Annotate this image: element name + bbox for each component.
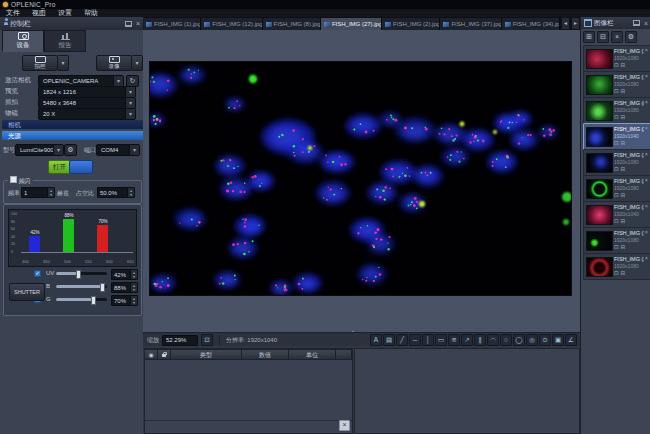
thumbnail-card[interactable]: FISH_IMG (171920x1080⊡⊟× [583,227,650,254]
pin-icon[interactable] [125,21,132,27]
close-image-icon[interactable]: × [645,255,648,261]
column-header[interactable]: 单位 [289,349,336,360]
menu-item[interactable]: 视图 [26,9,52,17]
export-icon[interactable]: ⊟ [621,244,628,250]
light-open-button[interactable]: 打开 [48,160,71,174]
save-icon[interactable]: ⊡ [614,166,621,172]
close-table-button[interactable]: × [339,420,350,431]
roi-tool-icon[interactable]: ▣ [552,334,564,346]
export-icon[interactable]: ⊟ [621,140,628,146]
light-power-toggle[interactable] [69,160,93,174]
export-icon[interactable]: ⊟ [621,270,628,276]
thumbnail-card[interactable]: FISH_IMG (81920x1080⊡⊟× [583,97,650,124]
channel-slider[interactable] [56,285,107,288]
line-tool-icon[interactable]: ╱ [396,334,408,346]
point-tool-icon[interactable]: ⊙ [539,334,551,346]
close-image-icon[interactable]: × [645,73,648,79]
document-tab[interactable]: FISH_IMG (1).jpg× [143,18,201,30]
thumbnail-card[interactable]: FISH_IMG (21920x1080⊡⊟× [583,149,650,176]
annulus-tool-icon[interactable]: ◎ [526,334,538,346]
document-tab[interactable]: FISH_IMG (37).jpg× [440,18,501,30]
menu-item[interactable]: 帮助 [78,9,104,17]
column-header[interactable]: 类型 [171,349,242,360]
close-all-icon[interactable]: × [611,31,623,43]
splitter-grip[interactable]: ⌄ [351,327,355,333]
polyline-tool-icon[interactable]: ≋ [448,334,460,346]
arc-tool-icon[interactable]: ◠ [487,334,499,346]
document-tab[interactable]: FISH_IMG (34).jp× [502,18,560,30]
port-select[interactable]: COM4 ▾ [96,144,140,156]
export-icon[interactable]: ⊟ [621,192,628,198]
settings-icon[interactable]: ⚙ [625,31,637,43]
export-icon[interactable]: ⊟ [621,62,628,68]
section-light[interactable]: 光源 [2,131,147,140]
channel-spinner[interactable]: ▴▾ [130,283,137,292]
vertical-line-tool-icon[interactable]: │ [422,334,434,346]
export-icon[interactable]: ⊟ [621,218,628,224]
channel-value[interactable]: 88%▴▾ [111,282,138,293]
duty-input[interactable]: 50.0% ▴▾ [97,187,135,198]
arrow-tool-icon[interactable]: ↗ [461,334,473,346]
export-icon[interactable]: ⊟ [621,114,628,120]
thumbnail-card[interactable]: FISH_IMG (121920x1080⊡⊟× [583,71,650,98]
text-annotation-icon[interactable]: A [370,334,382,346]
close-image-icon[interactable]: × [645,47,648,53]
save-icon[interactable]: ⊡ [614,114,621,120]
tab-device[interactable]: 设备 [2,30,44,52]
save-all-icon[interactable]: ⊟ [597,31,609,43]
save-icon[interactable]: ⊡ [614,270,621,276]
channel-checkbox[interactable]: ✓ [34,270,41,277]
save-icon[interactable]: ⊡ [614,218,621,224]
snap-dropdown[interactable]: ▾ [58,55,69,71]
angle-tool-icon[interactable]: ∠ [565,334,577,346]
document-tab[interactable]: FISH_IMG (12).jpg× [201,18,262,30]
record-dropdown[interactable]: ▾ [132,55,143,71]
channel-value[interactable]: 70%▴▾ [111,295,138,306]
horizontal-line-tool-icon[interactable]: ─ [409,334,421,346]
channel-slider[interactable] [56,272,107,275]
freq-input[interactable]: 1 ▴▾ [21,187,55,198]
duty-spinner[interactable]: ▴▾ [127,188,134,197]
save-icon[interactable]: ⊡ [614,244,621,250]
channel-slider[interactable] [56,298,107,301]
field-select[interactable]: 20 X▾ [38,108,136,120]
close-image-icon[interactable]: × [645,99,648,105]
fluorescence-image[interactable] [150,62,571,295]
document-tab[interactable]: FISH_IMG (2).jpg× [382,18,440,30]
menu-item[interactable]: 设置 [52,9,78,17]
pin-icon[interactable] [633,20,640,26]
parallel-line-tool-icon[interactable]: ∥ [474,334,486,346]
save-icon[interactable]: ⊡ [614,88,621,94]
snap-button[interactable]: 拍照 [22,55,58,71]
save-icon[interactable]: ⊡ [614,62,621,68]
document-tab[interactable]: FISH_IMG (8).jpg× [263,18,321,30]
rectangle-tool-icon[interactable]: ▭ [435,334,447,346]
import-image-icon[interactable]: ⊞ [583,31,595,43]
ellipse-tool-icon[interactable]: ◯ [513,334,525,346]
channel-spinner[interactable]: ▴▾ [130,296,137,305]
close-image-icon[interactable]: × [645,125,648,131]
thumbnail-card[interactable]: FISH_IMG (11920x1080⊡⊟× [583,45,650,72]
zoom-value[interactable]: 52.29% [162,335,198,346]
close-image-icon[interactable]: × [645,177,648,183]
thumbnail-card[interactable]: FISH_IMG (341920x1040⊡⊟× [583,201,650,228]
freq-spinner[interactable]: ▴▾ [47,188,54,197]
section-camera[interactable]: 相机 [2,120,147,129]
menu-item[interactable]: 文件 [0,9,26,17]
image-overlay-icon[interactable]: ▤ [383,334,395,346]
shutter-button[interactable]: SHUTTER [9,283,45,301]
slider-handle[interactable] [100,283,105,292]
channel-value[interactable]: 42%▴▾ [111,269,138,280]
fit-window-icon[interactable]: ⊡ [201,334,213,346]
strobe-checkbox[interactable] [10,176,17,183]
close-image-icon[interactable]: × [645,203,648,209]
close-panel-icon[interactable]: × [136,20,140,27]
thumbnail-card[interactable]: FISH_IMG (371920x1080⊡⊟× [583,175,650,202]
close-panel-icon[interactable]: × [644,20,648,27]
slider-handle[interactable] [91,296,96,305]
circle-tool-icon[interactable]: ○ [500,334,512,346]
slider-handle[interactable] [76,270,81,279]
thumbnail-card[interactable]: FISH_IMG (331920x1080⊡⊟× [583,253,650,280]
tab-scroll-right-icon[interactable]: ▸ [571,17,580,30]
lock-column-header[interactable] [158,349,171,360]
